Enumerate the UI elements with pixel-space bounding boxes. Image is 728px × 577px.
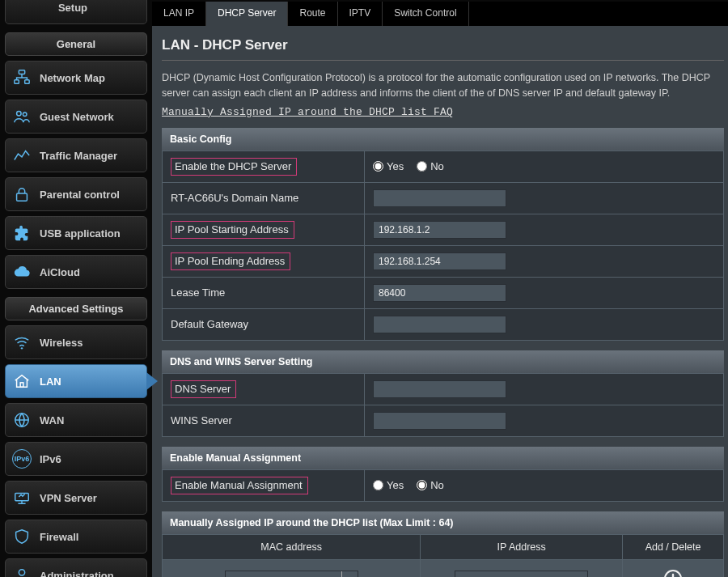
svg-rect-1 [15,80,19,84]
domain-name-input[interactable] [373,189,506,207]
enable-manual-no-radio[interactable] [417,480,427,490]
menu-label: Setup [58,2,87,14]
enable-dhcp-yes-radio[interactable] [373,161,383,172]
tab-label: Switch Control [394,7,456,19]
col-mac: MAC address [163,534,421,559]
section-mac-list: Manually Assigned IP around the DHCP lis… [162,511,724,534]
menu-label: Parental control [40,189,120,201]
svg-rect-2 [25,80,29,84]
enable-dhcp-no-radio[interactable] [417,161,427,172]
tab-label: LAN IP [163,7,194,19]
menu-label: WAN [40,414,64,426]
menu-label: LAN [40,375,61,388]
label-wins-server: WINS Server [163,405,365,436]
label-dns-server: DNS Server [171,380,236,398]
tab-switch-control[interactable]: Switch Control [383,2,468,26]
globe-icon [12,410,32,430]
enable-manual-yes-radio[interactable] [373,480,383,490]
tab-lan-ip[interactable]: LAN IP [152,2,206,26]
wins-server-input[interactable] [373,412,506,430]
page-description: DHCP (Dynamic Host Configuration Protoco… [162,70,724,102]
sidebar-item-traffic-manager[interactable]: Traffic Manager [5,138,147,172]
tab-label: Route [299,7,325,19]
ipv6-icon: IPv6 [12,449,32,469]
sidebar-item-aicloud[interactable]: AiCloud [5,255,147,289]
dns-server-input[interactable] [373,380,506,398]
vpn-icon [12,488,32,507]
section-manual-assignment: Enable Manual Assignment [162,447,724,469]
add-row-button[interactable] [662,568,684,577]
svg-rect-5 [17,193,28,201]
sidebar-item-wireless[interactable]: Wireless [5,325,147,359]
section-label: General [57,38,95,50]
label-pool-start: IP Pool Starting Address [171,221,294,239]
sidebar-item-network-map[interactable]: Network Map [5,61,147,95]
wifi-icon [12,333,32,352]
label-enable-manual: Enable Manual Assignment [171,477,308,494]
section-dns-wins: DNS and WINS Server Setting [162,350,724,373]
label-enable-dhcp: Enable the DHCP Server [171,158,297,176]
menu-label: Traffic Manager [40,150,117,162]
mac-dropdown-button[interactable] [341,571,358,577]
enable-dhcp-radios: Yes No [373,160,715,172]
menu-label: VPN Server [40,492,97,504]
label-pool-end: IP Pool Ending Address [171,252,290,270]
house-icon [12,371,32,391]
menu-label: USB application [40,227,121,240]
menu-label: Firewall [40,531,78,543]
page-title: LAN - DHCP Server [162,37,724,53]
sidebar-item-usb-application[interactable]: USB application [5,216,147,250]
menu-label: Network Map [40,72,105,84]
svg-rect-0 [19,70,24,74]
main-panel: LAN - DHCP Server DHCP (Dynamic Host Con… [152,26,728,577]
pool-start-input[interactable] [373,221,506,239]
lan-tabs: LAN IP DHCP Server Route IPTV Switch Con… [152,2,728,26]
menu-label: Wireless [40,337,83,349]
default-gateway-input[interactable] [373,316,506,333]
svg-rect-7 [20,383,23,388]
mac-address-input[interactable] [225,571,358,577]
menu-label: Administration [40,570,114,578]
faq-link[interactable]: Manually Assigned IP around the DHCP lis… [162,106,453,118]
tab-label: IPTV [349,7,371,19]
puzzle-icon [12,223,32,243]
radio-label: Yes [387,160,404,172]
svg-point-6 [21,347,23,349]
radio-label: Yes [387,479,404,491]
enable-manual-radios: Yes No [373,479,715,491]
svg-point-4 [23,112,27,117]
col-ip: IP Address [421,534,623,559]
sidebar-item-setup[interactable]: Setup [5,0,147,24]
radio-label: No [430,160,444,172]
tab-dhcp-server[interactable]: DHCP Server [206,2,288,26]
sidebar-section-advanced: Advanced Settings [5,297,147,320]
pool-end-input[interactable] [373,252,506,270]
menu-label: Guest Network [40,111,114,123]
sidebar-item-parental-control[interactable]: Parental control [5,177,147,211]
sidebar-item-administration[interactable]: Administration [5,558,147,577]
svg-point-3 [17,112,21,117]
section-label: Advanced Settings [28,303,123,315]
menu-label: AiCloud [40,266,80,278]
tab-route[interactable]: Route [288,2,337,26]
svg-rect-9 [15,494,29,501]
sidebar-item-lan[interactable]: LAN [5,364,147,398]
lock-icon [12,185,32,204]
traffic-manager-icon [12,146,32,165]
sidebar-item-ipv6[interactable]: IPv6 IPv6 [5,442,147,476]
sidebar-item-wan[interactable]: WAN [5,403,147,437]
label-lease-time: Lease Time [163,277,365,308]
sidebar-item-firewall[interactable]: Firewall [5,520,147,554]
cloud-icon [12,262,32,282]
lease-time-input[interactable] [373,284,506,302]
tab-iptv[interactable]: IPTV [338,2,383,26]
sidebar-item-vpn-server[interactable]: VPN Server [5,481,147,515]
ip-address-input[interactable] [455,571,588,577]
svg-point-10 [19,570,24,575]
guest-network-icon [12,107,32,126]
menu-label: IPv6 [40,453,61,465]
label-domain-name: RT-AC66U's Domain Name [163,182,365,214]
sidebar-item-guest-network[interactable]: Guest Network [5,100,147,134]
sidebar-section-general: General [5,32,147,56]
network-map-icon [12,68,32,87]
